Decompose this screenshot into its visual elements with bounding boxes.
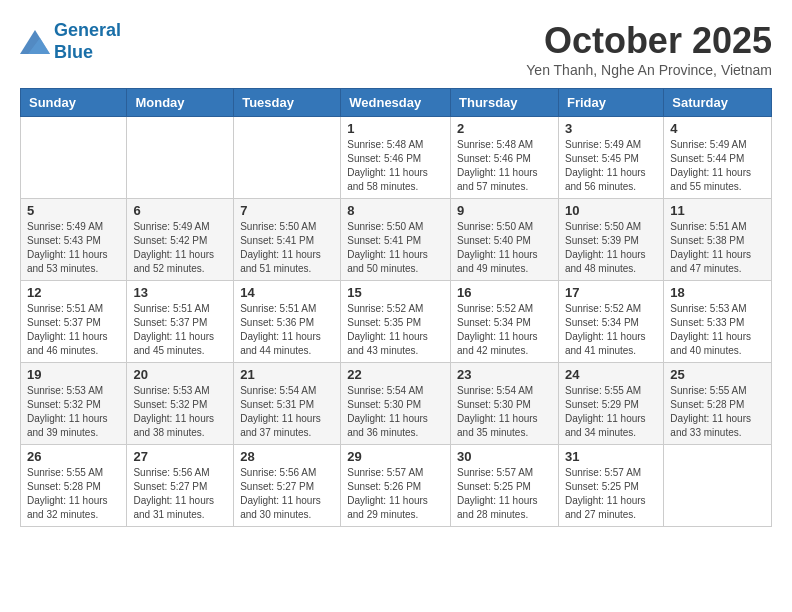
day-number: 5 [27, 203, 120, 218]
calendar-cell-0-6: 4Sunrise: 5:49 AM Sunset: 5:44 PM Daylig… [664, 117, 772, 199]
day-info: Sunrise: 5:51 AM Sunset: 5:38 PM Dayligh… [670, 220, 765, 276]
day-number: 11 [670, 203, 765, 218]
calendar-cell-0-2 [234, 117, 341, 199]
calendar-cell-3-5: 24Sunrise: 5:55 AM Sunset: 5:29 PM Dayli… [558, 363, 663, 445]
day-number: 4 [670, 121, 765, 136]
calendar-table: SundayMondayTuesdayWednesdayThursdayFrid… [20, 88, 772, 527]
day-info: Sunrise: 5:49 AM Sunset: 5:43 PM Dayligh… [27, 220, 120, 276]
day-number: 30 [457, 449, 552, 464]
day-info: Sunrise: 5:54 AM Sunset: 5:30 PM Dayligh… [347, 384, 444, 440]
day-number: 17 [565, 285, 657, 300]
weekday-header-row: SundayMondayTuesdayWednesdayThursdayFrid… [21, 89, 772, 117]
calendar-row-1: 5Sunrise: 5:49 AM Sunset: 5:43 PM Daylig… [21, 199, 772, 281]
calendar-cell-1-4: 9Sunrise: 5:50 AM Sunset: 5:40 PM Daylig… [451, 199, 559, 281]
calendar-cell-3-6: 25Sunrise: 5:55 AM Sunset: 5:28 PM Dayli… [664, 363, 772, 445]
calendar-cell-4-5: 31Sunrise: 5:57 AM Sunset: 5:25 PM Dayli… [558, 445, 663, 527]
day-number: 27 [133, 449, 227, 464]
calendar-cell-3-1: 20Sunrise: 5:53 AM Sunset: 5:32 PM Dayli… [127, 363, 234, 445]
day-number: 3 [565, 121, 657, 136]
header: General Blue October 2025 Yen Thanh, Ngh… [20, 20, 772, 78]
calendar-cell-3-0: 19Sunrise: 5:53 AM Sunset: 5:32 PM Dayli… [21, 363, 127, 445]
calendar-cell-2-6: 18Sunrise: 5:53 AM Sunset: 5:33 PM Dayli… [664, 281, 772, 363]
day-info: Sunrise: 5:50 AM Sunset: 5:40 PM Dayligh… [457, 220, 552, 276]
location-title: Yen Thanh, Nghe An Province, Vietnam [526, 62, 772, 78]
day-info: Sunrise: 5:57 AM Sunset: 5:25 PM Dayligh… [457, 466, 552, 522]
day-info: Sunrise: 5:57 AM Sunset: 5:26 PM Dayligh… [347, 466, 444, 522]
calendar-cell-4-1: 27Sunrise: 5:56 AM Sunset: 5:27 PM Dayli… [127, 445, 234, 527]
day-number: 12 [27, 285, 120, 300]
day-number: 2 [457, 121, 552, 136]
calendar-cell-0-0 [21, 117, 127, 199]
day-number: 20 [133, 367, 227, 382]
day-info: Sunrise: 5:49 AM Sunset: 5:44 PM Dayligh… [670, 138, 765, 194]
day-info: Sunrise: 5:55 AM Sunset: 5:29 PM Dayligh… [565, 384, 657, 440]
day-info: Sunrise: 5:52 AM Sunset: 5:34 PM Dayligh… [457, 302, 552, 358]
day-info: Sunrise: 5:56 AM Sunset: 5:27 PM Dayligh… [133, 466, 227, 522]
calendar-cell-2-5: 17Sunrise: 5:52 AM Sunset: 5:34 PM Dayli… [558, 281, 663, 363]
day-number: 1 [347, 121, 444, 136]
day-info: Sunrise: 5:48 AM Sunset: 5:46 PM Dayligh… [457, 138, 552, 194]
logo-blue: Blue [54, 42, 93, 62]
day-info: Sunrise: 5:52 AM Sunset: 5:35 PM Dayligh… [347, 302, 444, 358]
calendar-cell-4-2: 28Sunrise: 5:56 AM Sunset: 5:27 PM Dayli… [234, 445, 341, 527]
weekday-header-monday: Monday [127, 89, 234, 117]
day-info: Sunrise: 5:53 AM Sunset: 5:33 PM Dayligh… [670, 302, 765, 358]
day-info: Sunrise: 5:55 AM Sunset: 5:28 PM Dayligh… [27, 466, 120, 522]
calendar-cell-4-4: 30Sunrise: 5:57 AM Sunset: 5:25 PM Dayli… [451, 445, 559, 527]
day-number: 22 [347, 367, 444, 382]
day-info: Sunrise: 5:50 AM Sunset: 5:39 PM Dayligh… [565, 220, 657, 276]
day-number: 23 [457, 367, 552, 382]
day-number: 13 [133, 285, 227, 300]
calendar-cell-1-1: 6Sunrise: 5:49 AM Sunset: 5:42 PM Daylig… [127, 199, 234, 281]
calendar-cell-2-1: 13Sunrise: 5:51 AM Sunset: 5:37 PM Dayli… [127, 281, 234, 363]
day-number: 14 [240, 285, 334, 300]
day-info: Sunrise: 5:48 AM Sunset: 5:46 PM Dayligh… [347, 138, 444, 194]
weekday-header-sunday: Sunday [21, 89, 127, 117]
calendar-cell-4-3: 29Sunrise: 5:57 AM Sunset: 5:26 PM Dayli… [341, 445, 451, 527]
day-info: Sunrise: 5:51 AM Sunset: 5:37 PM Dayligh… [27, 302, 120, 358]
day-number: 18 [670, 285, 765, 300]
day-number: 16 [457, 285, 552, 300]
day-info: Sunrise: 5:52 AM Sunset: 5:34 PM Dayligh… [565, 302, 657, 358]
calendar-cell-0-1 [127, 117, 234, 199]
calendar-cell-0-5: 3Sunrise: 5:49 AM Sunset: 5:45 PM Daylig… [558, 117, 663, 199]
day-number: 19 [27, 367, 120, 382]
calendar-cell-4-6 [664, 445, 772, 527]
calendar-cell-4-0: 26Sunrise: 5:55 AM Sunset: 5:28 PM Dayli… [21, 445, 127, 527]
day-number: 6 [133, 203, 227, 218]
day-info: Sunrise: 5:54 AM Sunset: 5:30 PM Dayligh… [457, 384, 552, 440]
day-number: 9 [457, 203, 552, 218]
weekday-header-wednesday: Wednesday [341, 89, 451, 117]
day-info: Sunrise: 5:51 AM Sunset: 5:36 PM Dayligh… [240, 302, 334, 358]
calendar-cell-2-0: 12Sunrise: 5:51 AM Sunset: 5:37 PM Dayli… [21, 281, 127, 363]
day-info: Sunrise: 5:50 AM Sunset: 5:41 PM Dayligh… [240, 220, 334, 276]
calendar-cell-3-2: 21Sunrise: 5:54 AM Sunset: 5:31 PM Dayli… [234, 363, 341, 445]
logo-icon [20, 30, 50, 54]
calendar-cell-2-2: 14Sunrise: 5:51 AM Sunset: 5:36 PM Dayli… [234, 281, 341, 363]
day-info: Sunrise: 5:54 AM Sunset: 5:31 PM Dayligh… [240, 384, 334, 440]
day-number: 29 [347, 449, 444, 464]
calendar-row-3: 19Sunrise: 5:53 AM Sunset: 5:32 PM Dayli… [21, 363, 772, 445]
day-number: 25 [670, 367, 765, 382]
day-number: 10 [565, 203, 657, 218]
day-number: 31 [565, 449, 657, 464]
weekday-header-thursday: Thursday [451, 89, 559, 117]
day-number: 15 [347, 285, 444, 300]
weekday-header-friday: Friday [558, 89, 663, 117]
calendar-cell-1-2: 7Sunrise: 5:50 AM Sunset: 5:41 PM Daylig… [234, 199, 341, 281]
day-info: Sunrise: 5:56 AM Sunset: 5:27 PM Dayligh… [240, 466, 334, 522]
calendar-cell-1-6: 11Sunrise: 5:51 AM Sunset: 5:38 PM Dayli… [664, 199, 772, 281]
day-number: 26 [27, 449, 120, 464]
day-number: 7 [240, 203, 334, 218]
day-info: Sunrise: 5:55 AM Sunset: 5:28 PM Dayligh… [670, 384, 765, 440]
weekday-header-tuesday: Tuesday [234, 89, 341, 117]
day-number: 28 [240, 449, 334, 464]
day-info: Sunrise: 5:49 AM Sunset: 5:42 PM Dayligh… [133, 220, 227, 276]
calendar-cell-2-3: 15Sunrise: 5:52 AM Sunset: 5:35 PM Dayli… [341, 281, 451, 363]
calendar-cell-1-5: 10Sunrise: 5:50 AM Sunset: 5:39 PM Dayli… [558, 199, 663, 281]
day-info: Sunrise: 5:53 AM Sunset: 5:32 PM Dayligh… [27, 384, 120, 440]
calendar-cell-3-4: 23Sunrise: 5:54 AM Sunset: 5:30 PM Dayli… [451, 363, 559, 445]
calendar-cell-1-0: 5Sunrise: 5:49 AM Sunset: 5:43 PM Daylig… [21, 199, 127, 281]
logo-general: General [54, 20, 121, 40]
day-number: 21 [240, 367, 334, 382]
